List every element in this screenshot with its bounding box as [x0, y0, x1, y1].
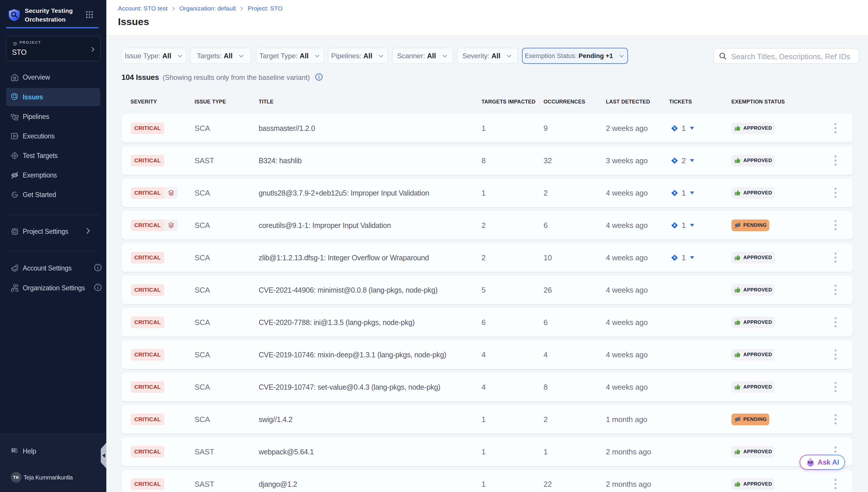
- svg-text:?: ?: [12, 448, 14, 452]
